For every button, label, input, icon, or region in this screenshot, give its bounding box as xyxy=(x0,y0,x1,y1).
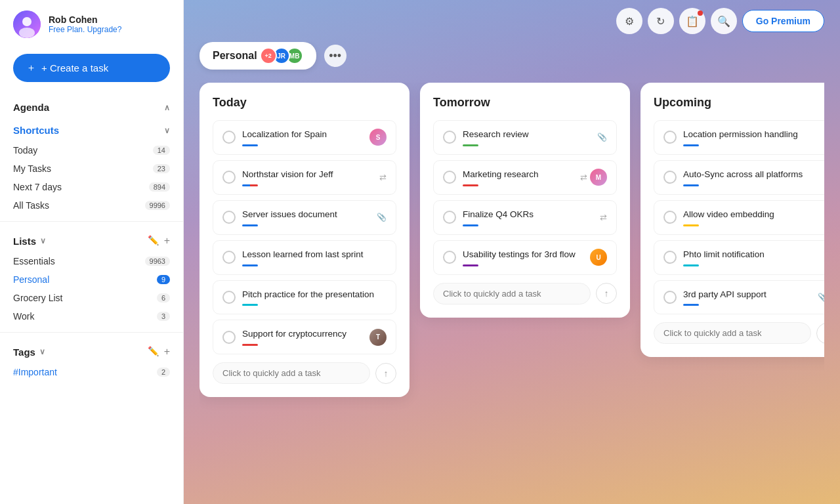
task-item[interactable]: Finalize Q4 OKRs ⇄ xyxy=(433,200,617,235)
task-content: Localization for Spain xyxy=(242,129,363,146)
member-count: +2 xyxy=(260,47,277,64)
task-checkbox[interactable] xyxy=(443,171,456,184)
nav-all-tasks[interactable]: All Tasks 9996 xyxy=(13,196,170,215)
user-name: Rob Cohen xyxy=(49,14,121,25)
my-tasks-badge: 23 xyxy=(153,164,170,173)
task-checkbox[interactable] xyxy=(222,331,236,344)
task-item[interactable]: Research review 📎 xyxy=(433,120,617,155)
search-button[interactable]: 🔍 xyxy=(711,8,737,34)
task-checkbox[interactable] xyxy=(222,251,236,264)
nav-my-tasks[interactable]: My Tasks 23 xyxy=(13,159,170,178)
upgrade-link[interactable]: Upgrade? xyxy=(87,25,122,34)
column-tomorrow-header: Tomorrow xyxy=(433,96,617,110)
add-task-input-tomorrow[interactable] xyxy=(433,283,591,304)
attachment-icon: 📎 xyxy=(818,293,824,302)
task-checkbox[interactable] xyxy=(222,291,236,304)
task-checkbox[interactable] xyxy=(663,131,677,144)
task-checkbox[interactable] xyxy=(663,251,677,264)
lists-header-left[interactable]: Lists ∨ xyxy=(13,236,46,247)
task-title: Localization for Spain xyxy=(242,129,363,141)
list-grocery[interactable]: Grocery List 6 xyxy=(13,289,170,307)
add-task-input-today[interactable] xyxy=(213,362,370,384)
list-essentials[interactable]: Essentials 9963 xyxy=(13,252,170,270)
task-checkbox[interactable] xyxy=(222,211,236,224)
task-title: Server issues document xyxy=(242,209,370,221)
task-checkbox[interactable] xyxy=(443,251,456,264)
project-name: Personal xyxy=(213,50,257,62)
plus-icon: ＋ xyxy=(26,62,36,74)
agenda-header[interactable]: Agenda ∧ xyxy=(13,95,170,118)
task-item[interactable]: Pitch practice for the presentation xyxy=(213,280,396,315)
task-content: Auto-Sync across all platforms xyxy=(683,169,824,186)
column-tomorrow: Tomorrow Research review 📎 Marketin xyxy=(420,83,630,318)
add-list-icon[interactable]: + xyxy=(164,235,170,247)
nav-today[interactable]: Today 14 xyxy=(13,141,170,159)
add-task-send-tomorrow[interactable]: ↑ xyxy=(596,283,617,304)
task-item[interactable]: Lesson learned from last sprint xyxy=(213,240,396,275)
add-task-send-today[interactable]: ↑ xyxy=(375,363,396,384)
task-checkbox[interactable] xyxy=(663,291,677,304)
task-indicator xyxy=(683,304,699,306)
task-content: Northstar vision for Jeff xyxy=(242,169,373,186)
notifications-button[interactable]: 📋 xyxy=(679,8,705,34)
task-item[interactable]: Auto-Sync across all platforms xyxy=(654,160,824,195)
task-item[interactable]: Location permission handling xyxy=(654,120,824,155)
task-assignee-avatar: S xyxy=(369,129,387,146)
task-checkbox[interactable] xyxy=(443,131,456,144)
more-options-button[interactable]: ••• xyxy=(324,45,346,67)
task-checkbox[interactable] xyxy=(222,171,236,184)
task-item[interactable]: Marketing research ⇄ M xyxy=(433,160,617,195)
board-columns: Today Localization for Spain S North xyxy=(200,83,824,488)
task-content: Marketing research xyxy=(463,169,574,186)
list-work[interactable]: Work 3 xyxy=(13,307,170,326)
edit-lists-icon[interactable]: ✏️ xyxy=(148,235,159,247)
add-task-send-upcoming[interactable]: ↑ xyxy=(816,323,824,344)
task-indicator xyxy=(683,264,699,266)
task-checkbox[interactable] xyxy=(222,131,236,144)
edit-tags-icon[interactable]: ✏️ xyxy=(148,346,159,358)
user-profile-header: Rob Cohen Free Plan. Upgrade? xyxy=(0,0,183,49)
go-premium-button[interactable]: Go Premium xyxy=(742,10,824,32)
task-checkbox[interactable] xyxy=(663,171,677,184)
task-item[interactable]: Localization for Spain S xyxy=(213,120,396,155)
task-assignee-avatar: T xyxy=(369,329,387,346)
task-content: Pitch practice for the presentation xyxy=(242,289,387,306)
create-task-button[interactable]: ＋ + Create a task xyxy=(13,54,170,82)
refresh-button[interactable]: ↻ xyxy=(648,8,674,34)
column-today: Today Localization for Spain S North xyxy=(200,83,410,397)
settings-button[interactable]: ⚙ xyxy=(616,8,642,34)
task-item[interactable]: Allow video embedding xyxy=(654,200,824,235)
task-item[interactable]: Server issues document 📎 xyxy=(213,200,396,235)
work-badge: 3 xyxy=(157,312,170,321)
task-item[interactable]: 3rd party API support 📎 xyxy=(654,280,824,315)
list-personal[interactable]: Personal 9 xyxy=(13,270,170,289)
task-title: Lesson learned from last sprint xyxy=(242,249,387,261)
all-tasks-badge: 9996 xyxy=(145,201,170,210)
tag-important[interactable]: #Important 2 xyxy=(13,363,170,381)
shortcuts-header[interactable]: Shortcuts ∨ xyxy=(13,118,170,141)
svg-point-1 xyxy=(22,17,32,26)
add-task-area-tomorrow: ↑ xyxy=(433,283,617,304)
agenda-section: Agenda ∧ Shortcuts ∨ Today 14 My Tasks 2… xyxy=(0,93,183,217)
essentials-badge: 9963 xyxy=(145,257,170,266)
task-indicator xyxy=(242,264,258,266)
nav-next-7-days[interactable]: Next 7 days 894 xyxy=(13,178,170,196)
task-indicator xyxy=(463,184,478,186)
task-item[interactable]: Northstar vision for Jeff ⇄ xyxy=(213,160,396,195)
task-content: Location permission handling xyxy=(683,129,824,146)
user-avatar xyxy=(13,10,41,38)
task-list-upcoming: Location permission handling Auto-Sync a… xyxy=(654,120,824,314)
task-assignee-avatar: M xyxy=(590,169,607,186)
add-task-input-upcoming[interactable] xyxy=(654,322,811,344)
tags-section: Tags ∨ ✏️ + #Important 2 xyxy=(0,337,183,384)
add-tag-icon[interactable]: + xyxy=(164,346,170,358)
task-checkbox[interactable] xyxy=(663,211,677,224)
divider-2 xyxy=(0,332,183,333)
project-name-tab[interactable]: Personal +2 JR MB xyxy=(200,42,316,70)
tags-chevron-icon: ∨ xyxy=(39,347,45,356)
task-checkbox[interactable] xyxy=(443,211,456,224)
tags-header-left[interactable]: Tags ∨ xyxy=(13,346,45,358)
task-item[interactable]: Phto limit notification xyxy=(654,240,824,275)
task-item[interactable]: Usability testings for 3rd flow U xyxy=(433,240,617,275)
task-item[interactable]: Support for cryptocurrency T xyxy=(213,320,396,354)
